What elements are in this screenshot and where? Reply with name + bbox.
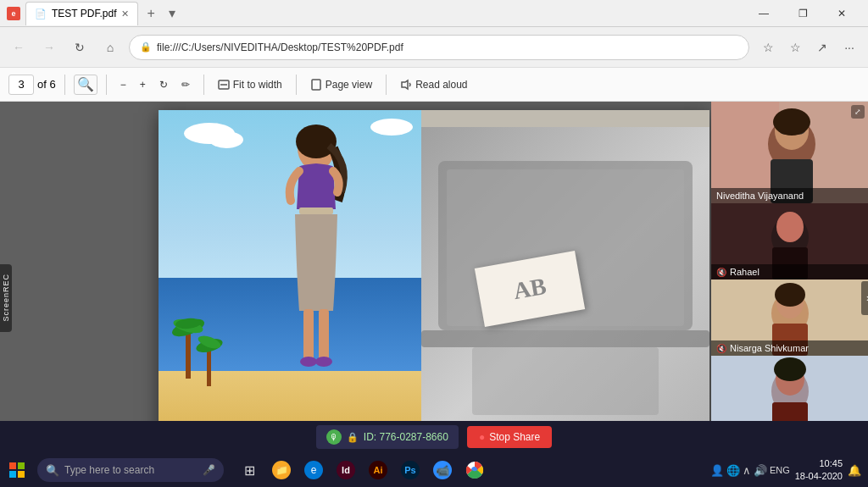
toolbar-separator-1 xyxy=(64,75,65,95)
sidebar-nav-arrow[interactable]: › xyxy=(861,281,868,315)
svg-rect-15 xyxy=(319,309,329,360)
participant-name-1: Niveditha Vijayanand xyxy=(716,191,804,201)
meeting-app-button[interactable]: 📹 xyxy=(427,455,458,485)
settings-button[interactable]: ··· xyxy=(837,36,861,59)
toolbar-separator-4 xyxy=(296,75,297,95)
zoom-in-button[interactable]: + xyxy=(135,73,151,97)
stop-share-dot: ● xyxy=(479,431,485,443)
illustrator-button[interactable]: Ai xyxy=(363,455,393,485)
language-label: ENG xyxy=(770,465,790,475)
back-button[interactable]: ← xyxy=(7,36,31,59)
tab-area: 📄 TEST PDF.pdf ✕ + ▾ xyxy=(25,2,181,25)
svg-rect-20 xyxy=(421,330,709,347)
volume-icon[interactable]: 🔊 xyxy=(754,464,767,477)
active-tab[interactable]: 📄 TEST PDF.pdf ✕ xyxy=(25,2,138,25)
toolbar-separator-5 xyxy=(386,75,387,95)
network-icon[interactable]: 🌐 xyxy=(726,464,740,477)
zoom-out-button[interactable]: − xyxy=(115,73,131,97)
notification-icons: 👤 🌐 ∧ 🔊 ENG xyxy=(710,464,790,477)
page-view-icon xyxy=(310,79,322,91)
page-number-input[interactable] xyxy=(8,75,34,95)
notification-bell-icon[interactable]: 🔔 xyxy=(848,464,861,477)
lock-icon: 🔒 xyxy=(347,431,359,443)
tab-pdf-icon: 📄 xyxy=(35,8,47,19)
refresh-button[interactable]: ↻ xyxy=(68,36,92,59)
new-tab-button[interactable]: + xyxy=(142,6,159,21)
page-view-button[interactable]: Page view xyxy=(305,73,377,97)
microphone-icon: 🎙 xyxy=(326,429,342,445)
title-bar: e 📄 TEST PDF.pdf ✕ + ▾ — ❐ ✕ xyxy=(0,0,868,27)
taskbar-search-icon: 🔍 xyxy=(46,464,59,477)
system-tray: 👤 🌐 ∧ 🔊 ENG 10:45 18-04-2020 🔔 xyxy=(710,457,868,484)
participant-video-1: ⤢ Niveditha Vijayanand xyxy=(711,102,868,203)
draw-button[interactable]: ✏ xyxy=(176,73,195,97)
participant-name-bar-2: 🔇 Rahael xyxy=(711,264,868,279)
rotate-button[interactable]: ↻ xyxy=(154,73,173,97)
url-bar[interactable]: 🔒 file:///C:/Users/NIVEDITHA/Desktop/TES… xyxy=(129,35,749,60)
bc-logo: AB xyxy=(511,273,548,305)
indesign-button[interactable]: Id xyxy=(331,455,361,485)
address-bar: ← → ↻ ⌂ 🔒 file:///C:/Users/NIVEDITHA/Des… xyxy=(0,27,868,68)
svg-point-17 xyxy=(315,357,332,367)
forward-button[interactable]: → xyxy=(37,36,61,59)
task-view-button[interactable]: ⊞ xyxy=(234,455,264,485)
mute-icon-3: 🔇 xyxy=(716,344,726,353)
date-text: 18-04-2020 xyxy=(795,470,843,483)
chevron-up-icon[interactable]: ∧ xyxy=(743,464,751,477)
toolbar-separator-3 xyxy=(203,75,204,95)
time-text: 10:45 xyxy=(795,457,843,470)
cloud-2 xyxy=(209,131,243,148)
header-icons: ☆ ☆ ↗ ··· xyxy=(756,36,861,59)
fit-to-width-label: Fit to width xyxy=(233,79,282,91)
toolbar-separator-2 xyxy=(106,75,107,95)
favorites-button[interactable]: ☆ xyxy=(756,36,780,59)
svg-marker-3 xyxy=(402,80,408,89)
mute-icon-2: 🔇 xyxy=(716,268,726,277)
url-lock-icon: 🔒 xyxy=(140,42,152,53)
meeting-bar: 🎙 🔒 ID: 776-0287-8660 ● Stop Share xyxy=(0,421,868,453)
title-bar-left: e 📄 TEST PDF.pdf ✕ + ▾ xyxy=(7,2,181,25)
page-total: of 6 xyxy=(37,78,56,91)
expand-button-1[interactable]: ⤢ xyxy=(851,105,865,119)
page-info: of 6 xyxy=(8,75,56,95)
share-button[interactable]: ↗ xyxy=(810,36,834,59)
home-button[interactable]: ⌂ xyxy=(98,36,122,59)
page-view-label: Page view xyxy=(326,79,372,91)
svg-rect-48 xyxy=(9,471,16,478)
meeting-id-container: 🎙 🔒 ID: 776-0287-8660 xyxy=(316,425,459,449)
pdf-toolbar: of 6 🔍 − + ↻ ✏ Fit to width Page view Re… xyxy=(0,68,868,102)
palm-tree-2 xyxy=(192,327,226,386)
fit-to-width-button[interactable]: Fit to width xyxy=(213,73,287,97)
indesign-icon: Id xyxy=(337,461,355,479)
url-text: file:///C:/Users/NIVEDITHA/Desktop/TEST%… xyxy=(157,42,738,53)
chrome-icon xyxy=(465,461,484,479)
edge-icon: e xyxy=(304,461,323,479)
tab-close-button[interactable]: ✕ xyxy=(121,8,129,19)
maximize-button[interactable]: ❐ xyxy=(783,0,822,27)
file-explorer-button[interactable]: 📁 xyxy=(266,455,297,485)
read-aloud-icon xyxy=(400,79,412,91)
tab-dropdown-button[interactable]: ▾ xyxy=(164,5,181,21)
read-aloud-button[interactable]: Read aloud xyxy=(395,73,472,97)
search-box[interactable]: 🔍 xyxy=(74,75,97,95)
tab-title: TEST PDF.pdf xyxy=(52,8,116,19)
participant-name-3: Nisarga Shivkumar xyxy=(730,343,809,353)
edge-browser-button[interactable]: e xyxy=(298,455,329,485)
taskbar-items: ⊞ 📁 e Id Ai Ps � xyxy=(227,455,710,485)
stop-share-label: Stop Share xyxy=(489,431,540,443)
reading-list-button[interactable]: ☆ xyxy=(783,36,807,59)
close-button[interactable]: ✕ xyxy=(822,0,861,27)
taskbar-search-box[interactable]: 🔍 Type here to search 🎤 xyxy=(37,458,224,482)
voice-search-icon: 🎤 xyxy=(203,464,215,476)
stop-share-button[interactable]: ● Stop Share xyxy=(467,426,552,448)
photoshop-button[interactable]: Ps xyxy=(395,455,426,485)
svg-rect-21 xyxy=(472,347,659,415)
svg-rect-46 xyxy=(9,462,16,469)
windows-start-button[interactable] xyxy=(0,453,34,487)
chrome-button[interactable] xyxy=(459,455,490,485)
people-icon[interactable]: 👤 xyxy=(710,464,724,477)
screenrec-label: ScreenREC xyxy=(0,264,12,332)
participant-tile-2: 🔇 Rahael xyxy=(711,203,868,279)
minimize-button[interactable]: — xyxy=(744,0,783,27)
participant-name-bar-1: Niveditha Vijayanand xyxy=(711,188,868,203)
